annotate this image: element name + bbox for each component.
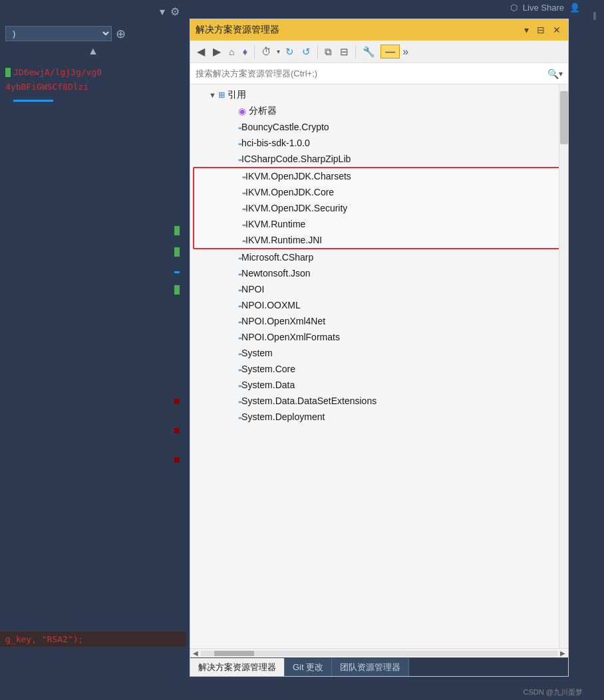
h-scroll-left-btn[interactable]: ◀ bbox=[190, 649, 201, 657]
clock-dropdown-arrow[interactable]: ▾ bbox=[277, 48, 280, 55]
dark-red-dot-3 bbox=[174, 457, 180, 463]
tab-team-explorer[interactable]: 团队资源管理器 bbox=[332, 658, 409, 676]
tree-node-newtonsoft[interactable]: Newtonsoft.Json bbox=[190, 265, 568, 281]
node-label-newtonsoft: Newtonsoft.Json bbox=[241, 268, 311, 279]
left-panel: ▾ ⚙ ) ⊕ ▲ JD6ewjA/lgj3g/vg0 4ybBFiGWSCf8… bbox=[0, 0, 186, 700]
more-options-icon[interactable]: » bbox=[402, 46, 408, 58]
tree-node-ms-csharp[interactable]: Microsoft.CSharp bbox=[190, 249, 568, 265]
node-label-ikvm-security: IKVM.OpenJDK.Security bbox=[245, 203, 347, 213]
right-strip: ‖ bbox=[585, 0, 604, 700]
tree-node-bouncy[interactable]: BouncyCastle.Crypto bbox=[190, 119, 568, 135]
user-icon: 👤 bbox=[569, 3, 580, 13]
tab-git-changes-label: Git 更改 bbox=[293, 661, 323, 673]
tree-node-system-data-dse[interactable]: System.Data.DataSetExtensions bbox=[190, 393, 568, 409]
scrollbar-track bbox=[559, 84, 568, 648]
bottom-tab-bar: 解决方案资源管理器 Git 更改 团队资源管理器 bbox=[190, 657, 568, 676]
vertical-scrollbar[interactable] bbox=[559, 84, 568, 648]
horizontal-scrollbar[interactable]: ◀ ▶ bbox=[190, 648, 568, 657]
code-line-1: JD6ewjA/lgj3g/vg0 bbox=[5, 65, 181, 80]
h-scroll-thumb[interactable] bbox=[214, 651, 254, 656]
dock-icon[interactable]: ⊟ bbox=[535, 25, 547, 35]
paste-button[interactable]: ⊟ bbox=[337, 45, 351, 59]
analyzer-icon: ◉ bbox=[238, 106, 246, 116]
code-line-2: 4ybBFiGWSCf8Dlzi bbox=[5, 80, 181, 94]
bottom-code: g_key, "RSA2"); bbox=[0, 632, 186, 647]
tree-node-root[interactable]: ▼ ⊞ 引用 bbox=[190, 87, 568, 103]
node-label-system: System bbox=[241, 348, 273, 358]
dark-red-indicators bbox=[174, 399, 180, 463]
plus-icon[interactable]: ⊕ bbox=[116, 27, 126, 41]
node-label-ikvm-runtime-jni: IKVM.Runtime.JNI bbox=[245, 235, 322, 245]
dark-red-dot-2 bbox=[174, 428, 180, 433]
node-label-ref: 引用 bbox=[227, 89, 246, 101]
node-label-npoi-openxmlformats: NPOI.OpenXmlFormats bbox=[241, 332, 340, 342]
tab-solution-explorer[interactable]: 解决方案资源管理器 bbox=[190, 658, 285, 676]
live-share-label[interactable]: Live Share bbox=[523, 3, 564, 13]
pin-icon[interactable]: ▾ bbox=[522, 25, 531, 35]
watermark: CSDN @九川蛋梦 bbox=[524, 687, 583, 697]
tree-node-npoi-openxml4net[interactable]: NPOI.OpenXml4Net bbox=[190, 313, 568, 329]
code-text-1: JD6ewjA/lgj3g/vg0 bbox=[13, 65, 102, 80]
green-indicator-3 bbox=[174, 285, 180, 294]
tree-node-npoi-openxmlformats[interactable]: NPOI.OpenXmlFormats bbox=[190, 329, 568, 345]
refresh-button[interactable]: ↻ bbox=[283, 45, 297, 59]
panel-title-bar: 解决方案资源管理器 ▾ ⊟ ✕ bbox=[190, 19, 568, 41]
home-button[interactable]: ⌂ bbox=[226, 45, 237, 58]
node-label-ikvm-runtime: IKVM.Runtime bbox=[245, 219, 305, 229]
solution-explorer-panel: 解决方案资源管理器 ▾ ⊟ ✕ ◀ ▶ ⌂ ♦ ⏱ ▾ ↻ ↺ ⧉ ⊟ 🔧 — … bbox=[190, 19, 569, 677]
node-label-analyzer: 分析器 bbox=[249, 105, 277, 117]
node-label-ikvm-core: IKVM.OpenJDK.Core bbox=[245, 187, 334, 197]
nav-forward-button[interactable]: ▶ bbox=[210, 44, 224, 59]
collapse-button[interactable]: — bbox=[380, 45, 400, 58]
right-strip-icon-1[interactable]: ‖ bbox=[589, 7, 601, 24]
tree-node-system-deployment[interactable]: System.Deployment bbox=[190, 409, 568, 425]
tree-node-npoi-ooxml[interactable]: NPOI.OOXML bbox=[190, 297, 568, 313]
scroll-up[interactable]: ▲ bbox=[0, 44, 186, 58]
toolbar-row: ◀ ▶ ⌂ ♦ ⏱ ▾ ↻ ↺ ⧉ ⊟ 🔧 — » bbox=[190, 41, 568, 63]
purple-action-button[interactable]: ♦ bbox=[239, 45, 250, 58]
tree-node-ikvm-runtime-jni[interactable]: IKVM.Runtime.JNI bbox=[194, 232, 564, 248]
nav-back-button[interactable]: ◀ bbox=[194, 44, 208, 59]
tree-node-analyzer[interactable]: ◉ 分析器 bbox=[190, 103, 568, 119]
history-button[interactable]: ⏱ bbox=[259, 45, 274, 58]
h-scroll-track bbox=[201, 651, 557, 656]
tree-node-system-core[interactable]: System.Core bbox=[190, 361, 568, 377]
tree-node-icsharp[interactable]: ICSharpCode.SharpZipLib bbox=[190, 151, 568, 167]
settings-icon[interactable]: ⚙ bbox=[170, 5, 180, 18]
live-share-icon: ⬡ bbox=[510, 3, 518, 13]
tree-node-system[interactable]: System bbox=[190, 345, 568, 361]
tree-node-ikvm-core[interactable]: IKVM.OpenJDK.Core bbox=[194, 184, 564, 200]
properties-button[interactable]: 🔧 bbox=[360, 45, 378, 59]
top-bar: ▾ ⚙ bbox=[0, 0, 186, 23]
search-input[interactable] bbox=[196, 68, 547, 78]
code-dropdown[interactable]: ) bbox=[5, 26, 112, 41]
ref-icon: ⊞ bbox=[218, 90, 225, 100]
tree-area: ▼ ⊞ 引用 ◉ 分析器 BouncyCastle.Crypto bbox=[190, 84, 568, 648]
tree-node-ikvm-runtime[interactable]: IKVM.Runtime bbox=[194, 216, 564, 232]
search-options-icon[interactable]: ▾ bbox=[559, 69, 563, 78]
scrollbar-thumb[interactable] bbox=[560, 91, 568, 144]
tree-node-ikvm-charsets[interactable]: IKVM.OpenJDK.Charsets bbox=[194, 168, 564, 184]
blue-line-indicator bbox=[174, 271, 180, 273]
node-label-system-data-dse: System.Data.DataSetExtensions bbox=[241, 396, 377, 406]
node-label-hci: hci-bis-sdk-1.0.0 bbox=[241, 138, 310, 148]
tree-node-ikvm-security[interactable]: IKVM.OpenJDK.Security bbox=[194, 200, 564, 216]
node-label-system-deployment: System.Deployment bbox=[241, 411, 325, 422]
expand-arrow-ref[interactable]: ▼ bbox=[209, 91, 218, 99]
node-label-icsharp: ICSharpCode.SharpZipLib bbox=[241, 154, 351, 164]
node-label-bouncy: BouncyCastle.Crypto bbox=[241, 122, 329, 132]
tree-node-npoi[interactable]: NPOI bbox=[190, 281, 568, 297]
tab-git-changes[interactable]: Git 更改 bbox=[285, 658, 332, 676]
tree-node-hci[interactable]: hci-bis-sdk-1.0.0 bbox=[190, 135, 568, 151]
close-icon[interactable]: ✕ bbox=[551, 25, 563, 35]
search-bar: 🔍 ▾ bbox=[190, 63, 568, 84]
copy-button[interactable]: ⧉ bbox=[322, 45, 335, 59]
code-text-2: 4ybBFiGWSCf8Dlzi bbox=[5, 80, 88, 94]
margin-indicators bbox=[174, 226, 180, 294]
search-icon[interactable]: 🔍 bbox=[547, 68, 559, 79]
h-scroll-right-btn[interactable]: ▶ bbox=[557, 649, 568, 657]
dropdown-arrow-icon[interactable]: ▾ bbox=[160, 5, 165, 18]
node-label-system-data: System.Data bbox=[241, 380, 295, 390]
tree-node-system-data[interactable]: System.Data bbox=[190, 377, 568, 393]
sync-button[interactable]: ↺ bbox=[299, 45, 313, 59]
